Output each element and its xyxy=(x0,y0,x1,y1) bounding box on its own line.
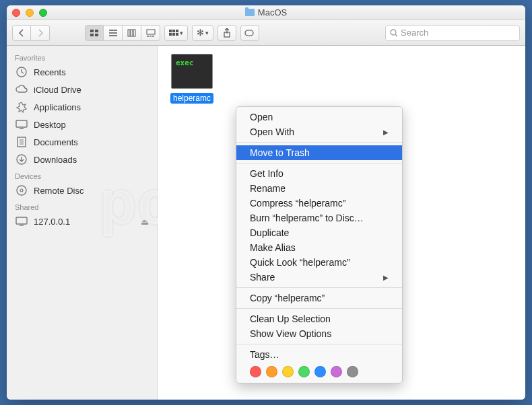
context-item-share[interactable]: Share▶ xyxy=(236,270,402,285)
share-button[interactable] xyxy=(218,25,236,41)
context-item-get-info[interactable]: Get Info xyxy=(236,166,402,181)
search-field[interactable]: Search xyxy=(385,25,520,41)
sidebar-header: Devices xyxy=(7,168,157,182)
context-item-label: Share xyxy=(250,272,275,283)
context-separator xyxy=(236,287,402,288)
context-item-open-with[interactable]: Open With▶ xyxy=(236,124,402,139)
context-item-tags[interactable]: Tags… xyxy=(236,347,402,362)
close-button[interactable] xyxy=(12,9,20,17)
context-separator xyxy=(236,163,402,163)
tag-color[interactable] xyxy=(282,366,294,377)
sidebar-item-documents[interactable]: Documents xyxy=(7,133,157,151)
context-item-burn-helperamc-to-disc[interactable]: Burn “helperamc” to Disc… xyxy=(236,211,402,225)
sidebar-item-recents[interactable]: Recents xyxy=(7,63,157,81)
svg-rect-18 xyxy=(172,33,175,36)
context-item-copy-helperamc[interactable]: Copy “helperamc” xyxy=(236,291,402,305)
traffic-lights xyxy=(12,9,47,17)
back-button[interactable] xyxy=(12,25,31,41)
sidebar-item-label: Recents xyxy=(34,67,66,77)
context-item-label: Duplicate xyxy=(250,227,289,238)
sidebar-item-icloud-drive[interactable]: iCloud Drive xyxy=(7,81,157,98)
zoom-button[interactable] xyxy=(39,9,47,17)
svg-rect-19 xyxy=(176,33,178,36)
gear-icon: ✻ xyxy=(197,28,204,38)
tag-color[interactable] xyxy=(250,366,261,377)
context-item-label: Get Info xyxy=(250,168,284,179)
context-menu: OpenOpen With▶Move to TrashGet InfoRenam… xyxy=(236,106,403,383)
documents-icon xyxy=(15,136,28,148)
sidebar-item-downloads[interactable]: Downloads xyxy=(7,151,157,168)
folder-icon xyxy=(245,9,255,16)
context-item-label: Move to Trash xyxy=(250,147,310,158)
tag-icon xyxy=(244,29,255,37)
context-item-rename[interactable]: Rename xyxy=(236,181,402,196)
sidebar-item-label: Applications xyxy=(34,102,81,112)
context-item-make-alias[interactable]: Make Alias xyxy=(236,240,402,255)
context-item-duplicate[interactable]: Duplicate xyxy=(236,225,402,240)
svg-rect-11 xyxy=(147,36,149,37)
search-icon xyxy=(390,29,398,37)
cloud-icon xyxy=(15,83,28,96)
toolbar: ▾ ✻▾ Search xyxy=(7,20,525,46)
sidebar-item-label: Downloads xyxy=(34,155,77,165)
context-item-move-to-trash[interactable]: Move to Trash xyxy=(236,145,402,160)
sidebar-item-applications[interactable]: Applications xyxy=(7,98,157,116)
tag-color[interactable] xyxy=(347,366,358,377)
tag-color[interactable] xyxy=(266,366,277,377)
context-item-compress-helperamc[interactable]: Compress “helperamc” xyxy=(236,196,402,211)
icon-view-button[interactable] xyxy=(85,25,104,41)
sidebar: FavoritesRecentsiCloud DriveApplications… xyxy=(7,46,158,400)
svg-line-23 xyxy=(395,34,397,36)
context-item-label: Clean Up Selection xyxy=(250,314,331,324)
gallery-view-button[interactable] xyxy=(141,25,160,41)
tag-color[interactable] xyxy=(298,366,310,377)
svg-rect-25 xyxy=(16,120,27,127)
exec-icon: exec xyxy=(171,54,213,89)
sidebar-header: Shared xyxy=(7,199,157,213)
arrange-button[interactable]: ▾ xyxy=(164,25,188,41)
context-item-clean-up-selection[interactable]: Clean Up Selection xyxy=(236,311,402,326)
eject-icon[interactable]: ⏏ xyxy=(141,217,149,227)
tags-button[interactable] xyxy=(240,25,259,41)
svg-point-33 xyxy=(20,189,23,192)
svg-rect-8 xyxy=(131,30,133,36)
context-separator xyxy=(236,142,402,143)
sidebar-item-127-0-0-1[interactable]: 127.0.0.1⏏ xyxy=(7,213,157,230)
share-icon xyxy=(223,28,231,38)
context-item-show-view-options[interactable]: Show View Options xyxy=(236,326,402,341)
tag-colors xyxy=(236,362,402,380)
svg-rect-9 xyxy=(133,30,135,36)
exec-label: exec xyxy=(176,59,194,67)
submenu-arrow-icon: ▶ xyxy=(383,128,389,136)
context-item-open[interactable]: Open xyxy=(236,110,402,124)
list-view-button[interactable] xyxy=(104,25,123,41)
submenu-arrow-icon: ▶ xyxy=(383,274,389,281)
tag-color[interactable] xyxy=(331,366,342,377)
sidebar-item-label: Documents xyxy=(34,137,78,147)
sidebar-item-desktop[interactable]: Desktop xyxy=(7,116,157,133)
context-item-label: Rename xyxy=(250,183,286,194)
minimize-button[interactable] xyxy=(26,9,34,17)
context-item-label: Make Alias xyxy=(250,242,296,253)
sidebar-item-label: 127.0.0.1 xyxy=(34,217,70,227)
svg-rect-10 xyxy=(147,30,155,34)
recents-icon xyxy=(15,66,28,78)
window-title: MacOS xyxy=(7,7,525,17)
svg-rect-15 xyxy=(172,30,175,32)
context-item-label: Show View Options xyxy=(250,328,331,339)
sidebar-item-label: iCloud Drive xyxy=(34,85,81,95)
column-view-button[interactable] xyxy=(123,25,141,41)
context-item-label: Compress “helperamc” xyxy=(250,198,345,209)
svg-rect-34 xyxy=(16,217,27,224)
tag-color[interactable] xyxy=(314,366,326,377)
context-item-label: Tags… xyxy=(250,349,279,360)
forward-button[interactable] xyxy=(31,25,50,41)
context-item-label: Quick Look “helperamc” xyxy=(250,257,350,268)
action-button[interactable]: ✻▾ xyxy=(192,25,213,41)
svg-rect-14 xyxy=(169,30,172,32)
sidebar-header: Favorites xyxy=(7,50,157,63)
context-item-quick-look-helperamc[interactable]: Quick Look “helperamc” xyxy=(236,255,402,270)
sidebar-item-remote-disc[interactable]: Remote Disc xyxy=(7,182,157,199)
context-item-label: Burn “helperamc” to Disc… xyxy=(250,213,364,223)
file-item[interactable]: exec helperamc xyxy=(166,54,218,104)
